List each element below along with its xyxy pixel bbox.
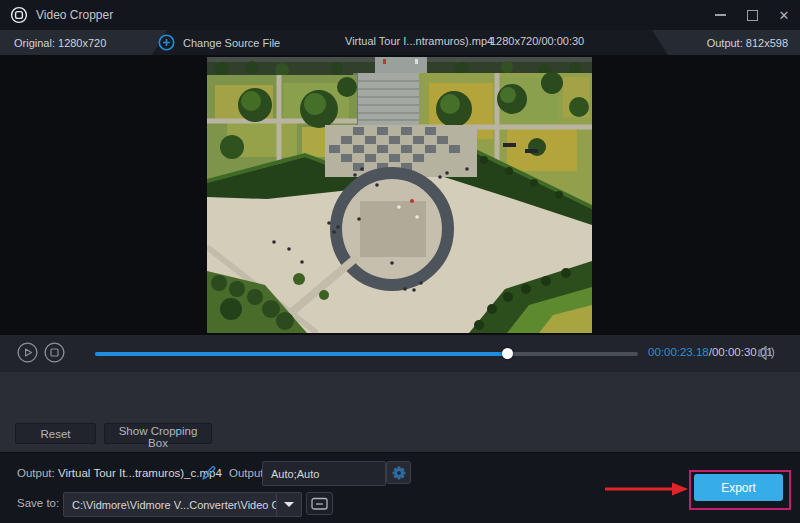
chevron-down-icon [284,502,294,507]
stop-icon [44,342,65,363]
progress-slider[interactable] [95,352,638,356]
original-resolution-badge: Original: 1280x720 [0,30,167,55]
app-logo-icon [10,6,28,24]
open-folder-button[interactable] [306,492,333,515]
play-button[interactable] [16,342,38,364]
output-file-name: Virtual Tour It...tramuros)_c.mp4 [58,467,222,479]
play-icon [17,342,38,363]
output-resolution-badge: Output: 812x598 [652,30,800,55]
maximize-icon [747,10,758,21]
source-file-name: Virtual Tour I...ntramuros).mp4 [345,35,493,47]
output-format-field[interactable]: Auto;Auto [262,461,386,486]
crop-actions-row: Reset Show Cropping Box [0,415,800,452]
edit-pencil-icon [201,465,217,481]
volume-button[interactable] [757,345,776,364]
title-bar: Video Cropper ✕ [0,0,800,30]
original-resolution-label: Original: 1280x720 [14,37,106,49]
output-settings-button[interactable] [386,461,411,484]
gear-icon [391,465,407,481]
folder-icon [311,496,328,511]
close-icon: ✕ [779,9,790,22]
export-button[interactable]: Export [694,474,783,501]
stop-button[interactable] [43,342,65,364]
progress-fill [95,352,508,356]
progress-thumb[interactable] [502,348,513,359]
window-controls: ✕ [712,0,792,30]
minimize-button[interactable] [712,7,728,23]
show-cropping-box-button[interactable]: Show Cropping Box [104,423,212,444]
output-name-label: Output: [17,467,55,479]
window-title: Video Cropper [36,8,113,22]
change-source-file-label: Change Source File [183,37,280,49]
info-bar: Original: 1280x720 Change Source File Vi… [0,30,800,55]
video-cropper-window: Video Cropper ✕ Original: 1280x720 Chang… [0,0,800,523]
red-arrow-annotation [604,481,690,497]
save-path-value: C:\Vidmore\Vidmore V...Converter\Video C… [64,499,276,511]
time-display: 00:00:23.18/00:00:30.01 [648,346,773,358]
current-time: 00:00:23.18 [648,346,709,358]
video-preview [207,57,592,333]
change-source-file-button[interactable]: Change Source File [158,30,280,55]
save-path-dropdown[interactable]: C:\Vidmore\Vidmore V...Converter\Video C… [63,492,302,517]
output-format-value: Auto;Auto [263,468,319,480]
reset-button[interactable]: Reset [15,423,96,444]
source-file-info: 1280x720/00:00:30 [490,35,584,47]
maximize-button[interactable] [744,7,760,23]
export-panel: Output: Virtual Tour It...tramuros)_c.mp… [0,452,800,523]
close-button[interactable]: ✕ [776,7,792,23]
speaker-icon [757,345,776,361]
plus-circle-icon [158,34,175,51]
preview-area [0,55,800,335]
save-path-caret[interactable] [277,502,301,507]
minimize-icon [715,14,726,16]
crop-settings-row: Crop Area: 812 × 598 Aspect Rati [0,372,800,415]
output-resolution-label: Output: 812x598 [707,37,788,49]
rename-button[interactable] [201,465,217,484]
playback-bar: 00:00:23.18/00:00:30.01 [0,335,800,373]
save-to-label: Save to: [17,497,59,509]
